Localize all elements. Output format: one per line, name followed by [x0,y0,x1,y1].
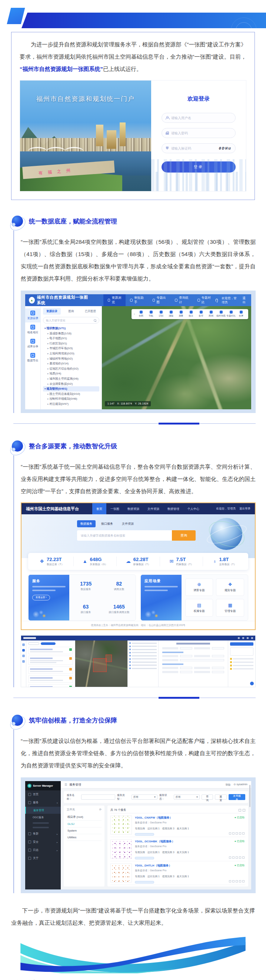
scene-tile[interactable]: ⊕调查专题 [185,579,214,596]
sidebar-item-cluster[interactable]: 集群▸ [25,830,61,838]
rail-icon[interactable] [22,660,25,663]
form-field[interactable] [180,667,192,669]
platform-tab[interactable]: 文件资源 [119,520,137,527]
layer-tree-item[interactable]: 农业调查数据(0/2) [43,382,99,387]
map-nav-item[interactable]: 查询统计 [170,294,193,306]
service-action-icons[interactable] [229,856,244,859]
scene-tile[interactable]: ▦管理专题 [216,599,244,617]
service-action-icons[interactable] [229,880,244,882]
username-input[interactable] [171,116,231,120]
hamburger-icon[interactable]: ☰ [65,783,67,786]
check-item[interactable] [28,667,73,674]
map-nav-item[interactable]: 专题对比 [193,294,215,306]
sidebar-subitem[interactable]: 服务管理 [25,807,61,814]
map-tree-tab[interactable]: 资源目录 [43,308,61,315]
platform-nav-item[interactable]: 文件资源 [143,503,163,514]
map-tool-button[interactable]: 批注 [186,310,196,318]
map-nav-item[interactable]: 资源浏览 [103,294,126,306]
platform-nav-item[interactable]: 首页 [92,503,106,514]
layer-tree-item[interactable]: 国土空间总体规划(0/10) [43,391,99,397]
form-field[interactable] [212,655,224,657]
sidebar-item-logs[interactable]: 日志▸ [25,846,61,854]
service-name[interactable]: YDGL_CNXFW（地图服务） [135,816,245,820]
platform-logout-link[interactable]: 退出登录 [239,507,250,511]
parcel-satellite-map[interactable] [75,641,127,687]
search-icon[interactable] [94,319,96,322]
help-link[interactable]: 帮助 [226,783,231,787]
map-rail-item[interactable]: 地名地址 [25,323,40,337]
scene-tile[interactable]: ▤权属专题 [185,599,214,617]
system-name-highlight[interactable]: “福州市自然资源规划一张图系统” [20,66,103,72]
folder-item[interactable]: System [66,827,101,834]
sidebar-subitem[interactable]: OGC服务 [25,814,61,821]
form-field[interactable] [180,647,192,649]
type-select[interactable]: 所有▾ [131,794,157,800]
platform-tab[interactable]: 接口服务 [98,520,116,527]
service-row[interactable]: YDGL_CNXFW（地图服务） 服务提供者：GeoScene Pro 专用实例… [111,813,245,837]
scene-tile[interactable]: ❖规划专题 [216,579,244,596]
service-row[interactable]: YDGL_GCGHBK（地图服务） 服务提供者：GeoScene Pro 专用实… [111,837,245,861]
check-item[interactable] [28,647,73,654]
filter-pill-active[interactable] [41,642,55,645]
platform-nav-item[interactable]: 个人中心 [184,503,203,514]
map-tree-tab[interactable]: 已开图层 [81,308,99,315]
platform-search-button[interactable]: 查询 [172,530,196,541]
platform-nav-item[interactable]: 数据管理 [163,503,184,514]
form-field[interactable] [212,647,224,649]
map-nav-item[interactable]: 专题出图 [148,294,171,306]
layer-tree-item[interactable]: 城镇村等用地(0/2) [43,356,99,361]
primary-action-skeleton[interactable] [230,642,253,646]
collapse-chevron-icon[interactable]: › [134,312,135,316]
map-rail-item[interactable]: 数据导出 [25,351,40,365]
map-tool-button[interactable]: 导航 [146,310,156,318]
map-rail-item[interactable]: 成果分享 [25,337,40,351]
layer-tree-item[interactable]: 控制性详细规划(0/46) [43,396,99,401]
sidebar-subitem-skeleton[interactable] [33,827,49,828]
sidebar-item-services[interactable]: 服务▾ [25,799,61,807]
bell-icon[interactable] [215,299,218,302]
password-input[interactable] [171,131,231,135]
service-name-input[interactable] [81,794,115,800]
map-tool-button[interactable]: 识别 [156,310,166,318]
form-field[interactable] [180,655,192,657]
view-all-button[interactable]: 查看全部 › [32,595,50,600]
captcha-input[interactable] [171,146,217,150]
map-tool-button[interactable]: 清除 [166,310,176,318]
map-tool-button[interactable]: 临时加载 [216,310,226,318]
platform-tab[interactable]: 数据服务 [77,520,96,527]
layer-tree-item[interactable]: 征地区片综合地价(0/2) [43,366,99,371]
list-view-icon[interactable] [239,809,241,811]
form-field[interactable] [180,659,224,661]
map-logout-link[interactable]: 退出 [243,296,247,304]
rail-icon[interactable] [22,649,25,652]
map-tree-tab[interactable]: 图例 [62,308,80,315]
service-row[interactable]: YDGL_DHTLH（地图服务） 服务提供者：GeoScene Pro 专用实例… [111,861,245,885]
account-menu[interactable]: ⊙ sysadmin [234,783,247,787]
map-tool-button[interactable]: 全图 [136,310,146,318]
layer-tree-item[interactable]: 规划管控(0/401) [43,386,99,391]
check-item[interactable] [28,684,73,687]
map-tool-button[interactable]: 测量 [176,310,186,318]
layer-tree-item[interactable]: 市城区停车场(0/3) [43,346,99,351]
layer-tree-item[interactable]: 村庄规划(0/97) [43,401,99,407]
publish-service-button[interactable]: 发布服务 [229,794,245,800]
layer-tree-item[interactable]: 电子地图(0/1) [43,336,99,341]
layer-tree-item[interactable]: 行政区划(0/1) [43,341,99,346]
captcha-image[interactable]: 0DHu [218,146,231,151]
map-nav-item[interactable]: 审批助手 [126,294,148,306]
map-rail-item[interactable]: 资源目录 [25,309,40,323]
scrollbar[interactable] [249,785,250,807]
map-tool-button[interactable]: 图例 [206,310,216,318]
grid-view-icon[interactable] [243,809,245,811]
service-name[interactable]: YDGL_DHTLH（地图服务） [135,864,245,867]
sidebar-item-home[interactable]: 首页 [25,791,61,799]
platform-nav-item[interactable]: 一张图 [106,503,124,514]
layer-tree-item[interactable]: 城市国土空间监测(0/6) [43,376,99,382]
map-search-input[interactable] [46,319,94,322]
rail-icon[interactable] [22,643,25,646]
query-button[interactable]: 查询 [201,794,214,800]
form-field[interactable] [212,667,224,669]
sidebar-subitem-skeleton[interactable] [33,822,49,824]
layer-tree-item[interactable]: 地质(0/4) [43,371,99,376]
platform-nav-item[interactable]: 数据资源 [124,503,143,514]
